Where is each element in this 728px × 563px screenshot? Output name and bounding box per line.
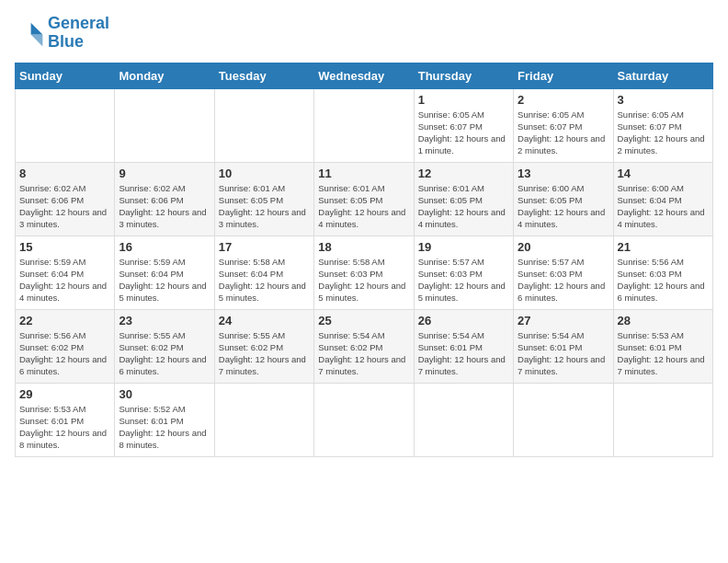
day-cell-29: 29 Sunrise: 5:53 AM Sunset: 6:01 PM Dayl… bbox=[16, 383, 115, 456]
day-number: 18 bbox=[318, 240, 409, 254]
day-cell-2: 2 Sunrise: 6:05 AM Sunset: 6:07 PM Dayli… bbox=[514, 88, 613, 162]
day-number: 29 bbox=[19, 387, 110, 401]
day-info: Sunrise: 6:01 AM Sunset: 6:05 PM Dayligh… bbox=[219, 182, 310, 231]
day-info: Sunrise: 6:05 AM Sunset: 6:07 PM Dayligh… bbox=[618, 109, 709, 157]
day-info: Sunrise: 6:00 AM Sunset: 6:05 PM Dayligh… bbox=[518, 182, 609, 231]
day-info: Sunrise: 6:01 AM Sunset: 6:05 PM Dayligh… bbox=[318, 182, 409, 231]
day-info: Sunrise: 5:58 AM Sunset: 6:04 PM Dayligh… bbox=[219, 256, 310, 304]
day-cell-21: 21 Sunrise: 5:56 AM Sunset: 6:03 PM Dayl… bbox=[613, 236, 712, 309]
day-header-tuesday: Tuesday bbox=[214, 63, 313, 88]
svg-marker-1 bbox=[31, 34, 43, 46]
day-number: 8 bbox=[19, 167, 110, 180]
empty-cell bbox=[214, 383, 313, 456]
day-header-monday: Monday bbox=[115, 63, 214, 88]
day-cell-17: 17 Sunrise: 5:58 AM Sunset: 6:04 PM Dayl… bbox=[214, 236, 313, 309]
day-info: Sunrise: 6:00 AM Sunset: 6:04 PM Dayligh… bbox=[618, 182, 709, 231]
day-info: Sunrise: 5:54 AM Sunset: 6:01 PM Dayligh… bbox=[418, 329, 509, 378]
week-row-3: 15 Sunrise: 5:59 AM Sunset: 6:04 PM Dayl… bbox=[16, 236, 713, 309]
day-cell-23: 23 Sunrise: 5:55 AM Sunset: 6:02 PM Dayl… bbox=[115, 309, 214, 383]
day-number: 26 bbox=[418, 314, 509, 327]
week-row-4: 22 Sunrise: 5:56 AM Sunset: 6:02 PM Dayl… bbox=[16, 309, 713, 383]
day-cell-10: 10 Sunrise: 6:01 AM Sunset: 6:05 PM Dayl… bbox=[214, 162, 313, 236]
calendar-table: SundayMondayTuesdayWednesdayThursdayFrid… bbox=[15, 63, 713, 457]
day-number: 21 bbox=[618, 240, 709, 254]
day-header-thursday: Thursday bbox=[414, 63, 513, 88]
day-cell-8: 8 Sunrise: 6:02 AM Sunset: 6:06 PM Dayli… bbox=[16, 162, 115, 236]
day-header-sunday: Sunday bbox=[16, 63, 115, 88]
day-cell-15: 15 Sunrise: 5:59 AM Sunset: 6:04 PM Dayl… bbox=[16, 236, 115, 309]
day-number: 1 bbox=[418, 93, 509, 107]
day-number: 16 bbox=[119, 240, 210, 254]
day-info: Sunrise: 6:01 AM Sunset: 6:05 PM Dayligh… bbox=[418, 182, 509, 231]
day-number: 17 bbox=[219, 240, 310, 254]
empty-cell bbox=[613, 383, 712, 456]
day-info: Sunrise: 5:53 AM Sunset: 6:01 PM Dayligh… bbox=[19, 403, 110, 452]
day-number: 24 bbox=[219, 314, 310, 327]
day-cell-12: 12 Sunrise: 6:01 AM Sunset: 6:05 PM Dayl… bbox=[414, 162, 513, 236]
day-cell-24: 24 Sunrise: 5:55 AM Sunset: 6:02 PM Dayl… bbox=[214, 309, 313, 383]
day-number: 12 bbox=[418, 167, 509, 180]
day-number: 3 bbox=[618, 93, 709, 107]
day-header-friday: Friday bbox=[514, 63, 613, 88]
logo-text: General Blue bbox=[48, 15, 109, 52]
day-number: 10 bbox=[219, 167, 310, 180]
day-cell-13: 13 Sunrise: 6:00 AM Sunset: 6:05 PM Dayl… bbox=[514, 162, 613, 236]
empty-cell bbox=[115, 88, 214, 162]
day-cell-30: 30 Sunrise: 5:52 AM Sunset: 6:01 PM Dayl… bbox=[115, 383, 214, 456]
week-row-1: 1 Sunrise: 6:05 AM Sunset: 6:07 PM Dayli… bbox=[16, 88, 713, 162]
day-info: Sunrise: 5:57 AM Sunset: 6:03 PM Dayligh… bbox=[518, 256, 609, 304]
day-cell-22: 22 Sunrise: 5:56 AM Sunset: 6:02 PM Dayl… bbox=[16, 309, 115, 383]
day-cell-11: 11 Sunrise: 6:01 AM Sunset: 6:05 PM Dayl… bbox=[314, 162, 414, 236]
day-info: Sunrise: 5:57 AM Sunset: 6:03 PM Dayligh… bbox=[418, 256, 509, 304]
day-info: Sunrise: 5:54 AM Sunset: 6:02 PM Dayligh… bbox=[318, 329, 409, 378]
day-info: Sunrise: 5:55 AM Sunset: 6:02 PM Dayligh… bbox=[119, 329, 210, 378]
header-row: SundayMondayTuesdayWednesdayThursdayFrid… bbox=[16, 63, 713, 88]
logo-icon bbox=[15, 18, 44, 48]
day-cell-1: 1 Sunrise: 6:05 AM Sunset: 6:07 PM Dayli… bbox=[414, 88, 513, 162]
day-cell-27: 27 Sunrise: 5:54 AM Sunset: 6:01 PM Dayl… bbox=[514, 309, 613, 383]
day-cell-18: 18 Sunrise: 5:58 AM Sunset: 6:03 PM Dayl… bbox=[314, 236, 414, 309]
day-info: Sunrise: 6:02 AM Sunset: 6:06 PM Dayligh… bbox=[119, 182, 210, 231]
day-number: 9 bbox=[119, 167, 210, 180]
day-number: 11 bbox=[318, 167, 409, 180]
svg-marker-0 bbox=[31, 23, 43, 35]
day-info: Sunrise: 5:53 AM Sunset: 6:01 PM Dayligh… bbox=[618, 329, 709, 378]
day-number: 20 bbox=[518, 240, 609, 254]
day-number: 14 bbox=[618, 167, 709, 180]
day-header-saturday: Saturday bbox=[613, 63, 712, 88]
day-info: Sunrise: 5:56 AM Sunset: 6:02 PM Dayligh… bbox=[19, 329, 110, 378]
day-info: Sunrise: 5:59 AM Sunset: 6:04 PM Dayligh… bbox=[19, 256, 110, 304]
day-info: Sunrise: 5:52 AM Sunset: 6:01 PM Dayligh… bbox=[119, 403, 210, 452]
day-info: Sunrise: 6:02 AM Sunset: 6:06 PM Dayligh… bbox=[19, 182, 110, 231]
empty-cell bbox=[16, 88, 115, 162]
day-cell-16: 16 Sunrise: 5:59 AM Sunset: 6:04 PM Dayl… bbox=[115, 236, 214, 309]
day-info: Sunrise: 6:05 AM Sunset: 6:07 PM Dayligh… bbox=[418, 109, 509, 157]
day-cell-25: 25 Sunrise: 5:54 AM Sunset: 6:02 PM Dayl… bbox=[314, 309, 414, 383]
day-cell-19: 19 Sunrise: 5:57 AM Sunset: 6:03 PM Dayl… bbox=[414, 236, 513, 309]
day-cell-28: 28 Sunrise: 5:53 AM Sunset: 6:01 PM Dayl… bbox=[613, 309, 712, 383]
day-number: 28 bbox=[618, 314, 709, 327]
empty-cell bbox=[414, 383, 513, 456]
day-header-wednesday: Wednesday bbox=[314, 63, 414, 88]
day-number: 2 bbox=[518, 93, 609, 107]
day-info: Sunrise: 5:56 AM Sunset: 6:03 PM Dayligh… bbox=[618, 256, 709, 304]
day-number: 23 bbox=[119, 314, 210, 327]
day-number: 25 bbox=[318, 314, 409, 327]
day-cell-26: 26 Sunrise: 5:54 AM Sunset: 6:01 PM Dayl… bbox=[414, 309, 513, 383]
day-info: Sunrise: 5:59 AM Sunset: 6:04 PM Dayligh… bbox=[119, 256, 210, 304]
day-cell-9: 9 Sunrise: 6:02 AM Sunset: 6:06 PM Dayli… bbox=[115, 162, 214, 236]
day-number: 13 bbox=[518, 167, 609, 180]
day-info: Sunrise: 5:54 AM Sunset: 6:01 PM Dayligh… bbox=[518, 329, 609, 378]
day-cell-20: 20 Sunrise: 5:57 AM Sunset: 6:03 PM Dayl… bbox=[514, 236, 613, 309]
day-info: Sunrise: 5:55 AM Sunset: 6:02 PM Dayligh… bbox=[219, 329, 310, 378]
day-info: Sunrise: 6:05 AM Sunset: 6:07 PM Dayligh… bbox=[518, 109, 609, 157]
empty-cell bbox=[314, 88, 414, 162]
week-row-5: 29 Sunrise: 5:53 AM Sunset: 6:01 PM Dayl… bbox=[16, 383, 713, 456]
day-info: Sunrise: 5:58 AM Sunset: 6:03 PM Dayligh… bbox=[318, 256, 409, 304]
logo: General Blue bbox=[15, 15, 109, 52]
day-number: 15 bbox=[19, 240, 110, 254]
day-number: 30 bbox=[119, 387, 210, 401]
empty-cell bbox=[314, 383, 414, 456]
day-number: 27 bbox=[518, 314, 609, 327]
page-header: General Blue bbox=[15, 15, 713, 52]
